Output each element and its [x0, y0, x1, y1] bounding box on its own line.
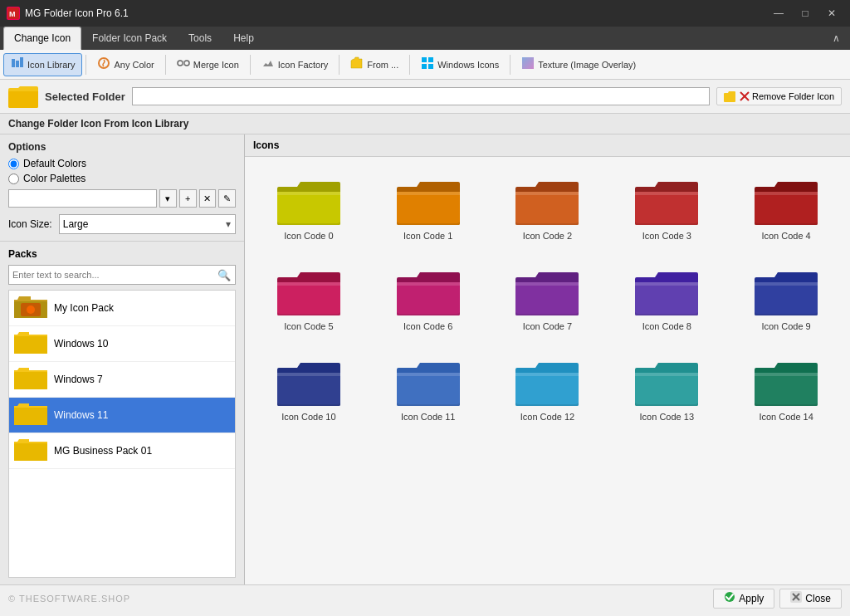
pack-item-my-icon-pack[interactable]: My Icon Pack [9, 291, 235, 326]
packs-section: Packs 🔍 My Icon Pack [0, 242, 244, 584]
main-layout: Options Default Colors Color Palettes ▾ … [0, 134, 850, 584]
icon-item[interactable]: Icon Code 2 [492, 165, 603, 247]
options-section: Options Default Colors Color Palettes ▾ … [0, 134, 244, 242]
palette-name-input[interactable] [8, 189, 157, 208]
toolbar-sep-6 [510, 55, 510, 75]
icon-item[interactable]: Icon Code 6 [373, 256, 484, 338]
icon-item[interactable]: Icon Code 12 [492, 346, 603, 428]
svg-rect-2 [12, 59, 15, 67]
icon-item[interactable]: Icon Code 3 [611, 165, 722, 247]
folder-icon-svg [276, 262, 342, 316]
color-palettes-radio[interactable]: Color Palettes [8, 173, 236, 184]
folder-icon-svg [633, 262, 700, 316]
windows-icons-icon [421, 56, 434, 72]
svg-rect-3 [16, 61, 19, 67]
icon-size-select[interactable]: Small Medium Large Extra Large [59, 214, 236, 234]
minimize-button[interactable]: — [767, 5, 790, 22]
pack-name-mg-business: MG Business Pack 01 [54, 445, 152, 457]
icon-item[interactable]: Icon Code 4 [730, 165, 842, 247]
bottom-actions: Apply Close [713, 589, 842, 609]
palette-add-button[interactable]: + [179, 189, 197, 208]
toolbar-any-color-label: Any Color [114, 60, 154, 70]
palette-chevron-button[interactable]: ▾ [159, 189, 177, 208]
icon-size-row: Icon Size: Small Medium Large Extra Larg… [8, 214, 236, 234]
apply-button[interactable]: Apply [713, 589, 774, 609]
menu-change-icon[interactable]: Change Icon [3, 27, 81, 50]
apply-check-icon [724, 591, 735, 605]
icon-label: Icon Code 13 [640, 412, 694, 422]
default-colors-radio-input[interactable] [8, 159, 19, 169]
maximize-button[interactable]: □ [794, 5, 817, 22]
close-button[interactable]: ✕ [820, 5, 843, 22]
menu-help[interactable]: Help [222, 27, 265, 50]
pack-item-windows-10[interactable]: Windows 10 [9, 326, 235, 362]
menu-folder-icon-pack[interactable]: Folder Icon Pack [81, 27, 178, 50]
svg-rect-4 [20, 57, 23, 67]
folder-icon-svg [514, 172, 580, 226]
palette-delete-button[interactable]: ✕ [199, 189, 217, 208]
packs-title: Packs [8, 248, 236, 260]
icon-item[interactable]: Icon Code 14 [730, 346, 842, 428]
toolbar-windows-icons[interactable]: Windows Icons [413, 53, 506, 76]
toolbar-any-color[interactable]: Any Color [90, 53, 161, 76]
toolbar-from[interactable]: From ... [343, 53, 406, 76]
icon-item[interactable]: Icon Code 13 [611, 346, 722, 428]
menu-expand-icon[interactable]: ∧ [826, 32, 847, 44]
svg-rect-13 [522, 57, 534, 69]
toolbar-icon-factory-label: Icon Factory [278, 60, 329, 70]
folder-icon-svg [753, 353, 819, 407]
folder-icon-svg [753, 172, 819, 226]
selected-folder-label: Selected Folder [45, 90, 125, 103]
svg-point-18 [27, 306, 35, 314]
menu-tools[interactable]: Tools [178, 27, 222, 50]
color-palettes-radio-input[interactable] [8, 174, 19, 184]
icon-label: Icon Code 10 [281, 412, 335, 422]
remove-folder-icon [724, 90, 737, 102]
icon-label: Icon Code 14 [759, 412, 813, 422]
color-palettes-label: Color Palettes [23, 173, 85, 184]
search-icon: 🔍 [213, 269, 235, 281]
toolbar-sep-3 [250, 55, 251, 75]
toolbar-texture[interactable]: Texture (Image Overlay) [514, 53, 643, 76]
toolbar-icon-library[interactable]: Icon Library [3, 53, 82, 76]
remove-folder-label: Remove Folder Icon [752, 91, 834, 101]
selected-folder-input[interactable] [132, 87, 710, 105]
icon-label: Icon Code 1 [403, 231, 452, 241]
pack-item-windows-11[interactable]: Windows 11 [9, 398, 235, 433]
packs-search-input[interactable] [9, 266, 213, 284]
icons-grid-wrapper[interactable]: Icon Code 0 Icon Code 1 Icon Code 2 [245, 157, 850, 584]
toolbar-merge-icon[interactable]: Merge Icon [169, 53, 247, 76]
svg-rect-22 [14, 443, 47, 461]
palette-edit-button[interactable]: ✎ [218, 189, 236, 208]
default-colors-radio[interactable]: Default Colors [8, 158, 236, 169]
toolbar-sep-5 [409, 55, 410, 75]
icon-item[interactable]: Icon Code 10 [253, 346, 364, 428]
icon-factory-icon [261, 56, 275, 72]
icon-item[interactable]: Icon Code 11 [373, 346, 484, 428]
icon-item[interactable]: Icon Code 1 [373, 165, 484, 247]
pack-name-windows-7: Windows 7 [54, 374, 103, 385]
close-button[interactable]: Close [779, 589, 842, 609]
icon-label: Icon Code 6 [403, 321, 452, 331]
remove-folder-icon-button[interactable]: Remove Folder Icon [716, 87, 842, 105]
icon-item[interactable]: Icon Code 5 [253, 256, 364, 338]
folder-icon-svg [276, 172, 342, 226]
icon-size-label: Icon Size: [8, 218, 52, 230]
folder-icon-svg [753, 262, 819, 316]
icon-item[interactable]: Icon Code 7 [492, 256, 603, 338]
icon-label: Icon Code 8 [642, 321, 691, 331]
icon-label: Icon Code 11 [401, 412, 455, 422]
toolbar-icon-factory[interactable]: Icon Factory [254, 53, 336, 76]
pack-item-windows-7[interactable]: Windows 7 [9, 362, 235, 398]
pack-item-mg-business[interactable]: MG Business Pack 01 [9, 433, 235, 469]
pack-thumb-my-icon-pack [14, 295, 47, 321]
svg-rect-21 [14, 408, 47, 425]
selected-folder-bar: Selected Folder Remove Folder Icon [0, 80, 850, 114]
svg-point-8 [182, 61, 185, 66]
icon-label: Icon Code 9 [761, 321, 810, 331]
icon-item[interactable]: Icon Code 9 [730, 256, 842, 338]
icon-item[interactable]: Icon Code 0 [253, 165, 364, 247]
app-title: MG Folder Icon Pro 6.1 [25, 7, 129, 19]
section-heading: Change Folder Icon From Icon Library [0, 114, 850, 134]
icon-item[interactable]: Icon Code 8 [611, 256, 722, 338]
